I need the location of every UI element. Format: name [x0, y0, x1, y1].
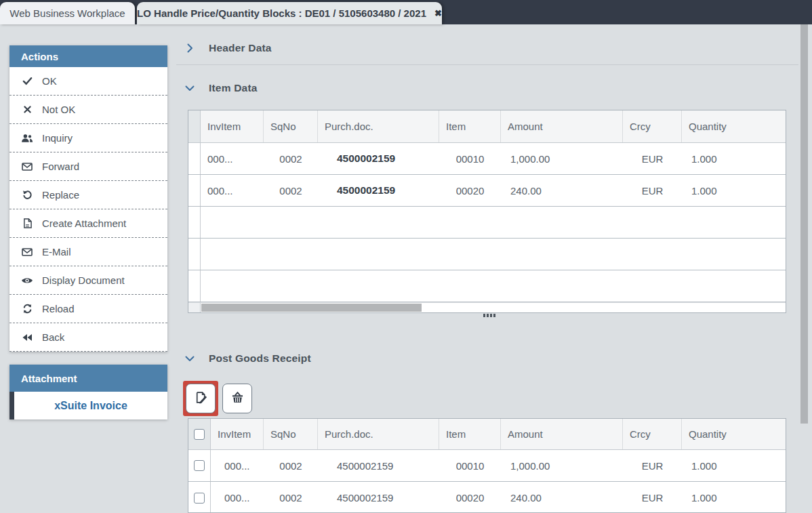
cell-quantity: 1.000 — [682, 460, 786, 472]
column-header-amount[interactable]: Amount — [501, 110, 623, 142]
row-selector-cell[interactable] — [188, 175, 201, 206]
row-select-cell — [188, 450, 211, 481]
column-header-amount[interactable]: Amount — [501, 419, 623, 449]
action-not-ok[interactable]: Not OK — [9, 96, 167, 124]
cell-quantity: 1.000 — [682, 185, 786, 197]
action-reload[interactable]: Reload — [9, 295, 167, 323]
chevron-right-icon[interactable] — [184, 43, 195, 54]
tab-bar: Web Business Workplace LO Handle Price/Q… — [0, 0, 812, 24]
app-window: Web Business Workplace LO Handle Price/Q… — [0, 0, 812, 513]
row-selector-cell[interactable] — [188, 143, 201, 174]
edit-post-button[interactable] — [186, 384, 216, 413]
cell-crcy: EUR — [623, 153, 682, 165]
cell-amount: 240.00 — [501, 185, 623, 197]
row-checkbox[interactable] — [194, 493, 205, 504]
cell-crcy: EUR — [623, 460, 682, 472]
action-ok[interactable]: OK — [9, 67, 167, 96]
column-header-invitem[interactable]: InvItem — [201, 110, 264, 142]
page-scrollbar-thumb[interactable] — [800, 24, 808, 424]
action-label: Inquiry — [42, 132, 73, 144]
cell-sqno: 0002 — [264, 492, 318, 504]
section-post-goods-receipt: Post Goods Receipt — [184, 351, 311, 366]
column-header-quantity[interactable]: Quantity — [682, 110, 786, 142]
scrollbar-thumb[interactable] — [201, 304, 422, 312]
action-replace[interactable]: Replace — [9, 181, 167, 209]
table-row[interactable]: 000... 0002 4500002159 00010 1,000.00 EU… — [188, 450, 786, 482]
column-header-crcy[interactable]: Crcy — [623, 110, 682, 142]
row-checkbox[interactable] — [194, 460, 205, 471]
actions-panel: Actions OK Not OK Inquiry Forward Replac… — [9, 45, 167, 352]
action-inquiry[interactable]: Inquiry — [9, 124, 167, 152]
envelope-icon — [21, 248, 33, 256]
table-row[interactable]: 000... 0002 4500002159 00020 240.00 EUR … — [188, 175, 786, 207]
actions-panel-title: Actions — [9, 45, 167, 67]
undo-icon — [21, 190, 33, 200]
cell-purchdoc: 4500002159 — [318, 460, 439, 472]
action-label: Create Attachment — [42, 218, 126, 229]
action-label: Reload — [42, 303, 75, 314]
column-header-item[interactable]: Item — [439, 419, 501, 449]
cell-item: 00020 — [439, 492, 501, 504]
tab-web-business-workplace[interactable]: Web Business Workplace — [0, 2, 135, 24]
section-title[interactable]: Header Data — [209, 42, 272, 54]
table-row-empty — [188, 207, 786, 239]
column-header-crcy[interactable]: Crcy — [623, 419, 682, 449]
file-icon — [21, 218, 33, 228]
table-row-empty — [188, 270, 786, 302]
action-label: Replace — [42, 189, 79, 201]
envelope-icon — [21, 163, 33, 171]
column-header-quantity[interactable]: Quantity — [682, 419, 786, 449]
action-email[interactable]: E-Mail — [9, 238, 167, 266]
select-all-cell — [188, 419, 211, 449]
section-item-data: Item Data — [184, 81, 258, 96]
action-label: Not OK — [42, 104, 75, 115]
action-label: Forward — [42, 161, 79, 172]
horizontal-scrollbar[interactable] — [188, 302, 786, 312]
cell-invitem: 000... — [201, 153, 264, 165]
attachment-panel-title: Attachment — [9, 365, 167, 392]
eye-icon — [21, 276, 33, 285]
row-selector-cell — [188, 207, 201, 238]
action-forward[interactable]: Forward — [9, 152, 167, 181]
cell-amount: 1,000.00 — [501, 153, 623, 165]
table-header-row: InvItem SqNo Purch.doc. Item Amount Crcy… — [188, 419, 786, 450]
cell-sqno: 0002 — [264, 153, 318, 165]
chevron-down-icon[interactable] — [184, 353, 195, 364]
table-row[interactable]: 000... 0002 4500002159 00020 240.00 EUR … — [188, 482, 786, 513]
highlight-box — [183, 381, 218, 416]
action-create-attachment[interactable]: Create Attachment — [9, 209, 167, 238]
chevron-down-icon[interactable] — [184, 83, 195, 94]
action-display-document[interactable]: Display Document — [9, 266, 167, 295]
section-title[interactable]: Item Data — [209, 82, 258, 94]
table-row[interactable]: 000... 0002 4500002159 00010 1,000.00 EU… — [188, 143, 786, 175]
cell-item: 00020 — [439, 185, 501, 197]
basket-icon — [231, 392, 244, 406]
select-all-checkbox[interactable] — [194, 429, 205, 440]
cell-sqno: 0002 — [264, 185, 318, 197]
cell-item: 00010 — [439, 460, 501, 472]
scrollbar-track[interactable] — [201, 303, 786, 312]
cell-purchdoc: 4500002159 — [318, 492, 439, 504]
cell-invitem: 000... — [201, 185, 264, 197]
tab-lo-handle-price-quantity-blocks[interactable]: LO Handle Price/Quantity Blocks : DE01 /… — [137, 2, 442, 24]
column-header-sqno[interactable]: SqNo — [264, 110, 318, 142]
action-label: OK — [42, 75, 57, 87]
column-header-purchdoc[interactable]: Purch.doc. — [318, 110, 439, 142]
check-icon — [21, 76, 33, 86]
column-header-sqno[interactable]: SqNo — [264, 419, 318, 449]
column-header-item[interactable]: Item — [439, 110, 501, 142]
users-icon — [21, 134, 33, 143]
attachment-item-xsuite-invoice[interactable]: xSuite Invoice — [9, 392, 167, 419]
cell-purchdoc: 4500002159 — [318, 152, 439, 165]
cell-amount: 1,000.00 — [501, 460, 623, 472]
delete-basket-button[interactable] — [222, 384, 252, 413]
edit-document-icon — [194, 390, 208, 407]
close-icon[interactable]: ✖ — [434, 8, 442, 18]
column-header-purchdoc[interactable]: Purch.doc. — [318, 419, 439, 449]
table-header-row: InvItem SqNo Purch.doc. Item Amount Crcy… — [188, 110, 786, 143]
action-back[interactable]: Back — [9, 323, 167, 352]
cell-quantity: 1.000 — [682, 492, 786, 504]
table-resize-handle[interactable] — [483, 314, 495, 317]
column-header-invitem[interactable]: InvItem — [211, 419, 264, 449]
section-title[interactable]: Post Goods Receipt — [209, 352, 311, 365]
